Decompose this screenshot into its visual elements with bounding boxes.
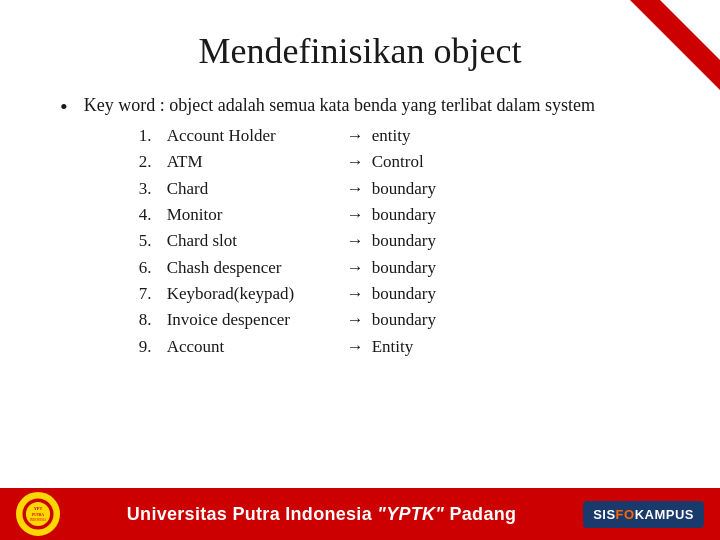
slide-container: Mendefinisikan object • Key word : objec… — [0, 0, 720, 540]
svg-text:YPT: YPT — [34, 506, 43, 511]
list-term-9: Account — [167, 334, 347, 360]
list-item: 1. Account Holder → entity — [139, 123, 595, 149]
list-num-8: 8. — [139, 307, 167, 333]
intro-text: Key word : object adalah semua kata bend… — [84, 95, 595, 115]
list-item: 4. Monitor → boundary — [139, 202, 595, 228]
arrow-6: → — [347, 255, 364, 281]
top-right-decoration-inner — [660, 0, 720, 60]
list-item: 9. Account → Entity — [139, 334, 595, 360]
arrow-3: → — [347, 176, 364, 202]
list-term-7: Keyborad(keypad) — [167, 281, 347, 307]
list-item: 5. Chard slot → boundary — [139, 228, 595, 254]
badge-fo: FO — [616, 507, 635, 522]
arrow-4: → — [347, 202, 364, 228]
arrow-2: → — [347, 149, 364, 175]
arrow-5: → — [347, 228, 364, 254]
bullet-point: • — [60, 92, 68, 123]
list-term-8: Invoice despencer — [167, 307, 347, 333]
list-item: 8. Invoice despencer → boundary — [139, 307, 595, 333]
list-num-4: 4. — [139, 202, 167, 228]
numbered-list: 1. Account Holder → entity 2. ATM → Cont… — [139, 123, 595, 360]
svg-text:INDONESIA: INDONESIA — [30, 518, 47, 522]
arrow-9: → — [347, 334, 364, 360]
list-result-9: Entity — [372, 334, 414, 360]
list-num-6: 6. — [139, 255, 167, 281]
list-term-4: Monitor — [167, 202, 347, 228]
list-num-3: 3. — [139, 176, 167, 202]
arrow-7: → — [347, 281, 364, 307]
list-result-6: boundary — [372, 255, 436, 281]
svg-text:PUTRA: PUTRA — [32, 513, 44, 517]
badge-kampus: KAMPUS — [635, 507, 694, 522]
list-item: 6. Chash despencer → boundary — [139, 255, 595, 281]
list-result-7: boundary — [372, 281, 436, 307]
footer-university-name: Universitas Putra Indonesia "YPTK" Padan… — [60, 504, 583, 525]
badge-sis: SIS — [593, 507, 615, 522]
list-result-4: boundary — [372, 202, 436, 228]
slide-title: Mendefinisikan object — [60, 30, 660, 72]
list-item: 3. Chard → boundary — [139, 176, 595, 202]
list-result-3: boundary — [372, 176, 436, 202]
list-term-3: Chard — [167, 176, 347, 202]
list-term-1: Account Holder — [167, 123, 347, 149]
list-num-7: 7. — [139, 281, 167, 307]
list-num-1: 1. — [139, 123, 167, 149]
footer-bar: YPT PUTRA INDONESIA Universitas Putra In… — [0, 488, 720, 540]
university-logo: YPT PUTRA INDONESIA — [16, 492, 60, 536]
list-term-6: Chash despencer — [167, 255, 347, 281]
list-item: 2. ATM → Control — [139, 149, 595, 175]
list-result-2: Control — [372, 149, 424, 175]
sisfokampus-badge: SISFOKAMPUS — [583, 501, 704, 528]
intro-body: Key word : object adalah semua kata bend… — [84, 92, 595, 360]
list-term-2: ATM — [167, 149, 347, 175]
list-result-1: entity — [372, 123, 411, 149]
main-content: Mendefinisikan object • Key word : objec… — [0, 0, 720, 388]
intro-section: • Key word : object adalah semua kata be… — [60, 92, 660, 360]
list-result-8: boundary — [372, 307, 436, 333]
list-term-5: Chard slot — [167, 228, 347, 254]
list-result-5: boundary — [372, 228, 436, 254]
list-item: 7. Keyborad(keypad) → boundary — [139, 281, 595, 307]
list-num-2: 2. — [139, 149, 167, 175]
list-num-9: 9. — [139, 334, 167, 360]
arrow-1: → — [347, 123, 364, 149]
list-num-5: 5. — [139, 228, 167, 254]
arrow-8: → — [347, 307, 364, 333]
